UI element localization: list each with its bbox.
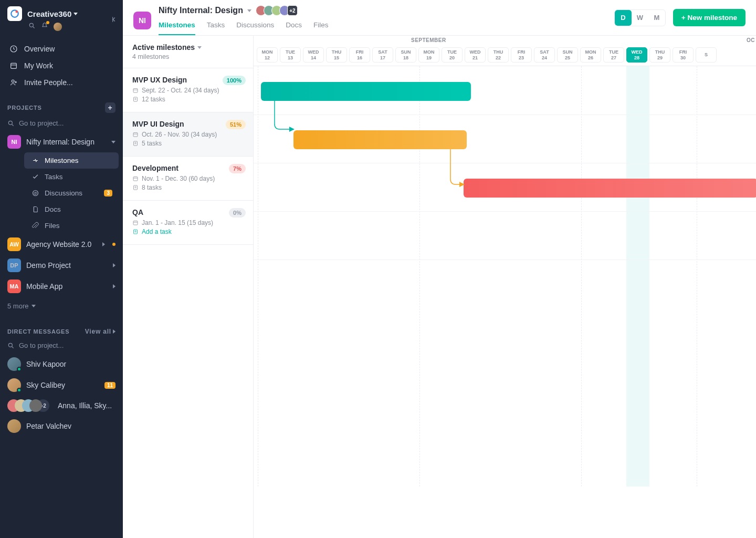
add-project-button[interactable]: + xyxy=(105,102,116,113)
subnav-discussions-label: Discussions xyxy=(45,189,82,197)
gantt-body[interactable] xyxy=(254,66,756,487)
gantt-day-cell[interactable]: FRI30 xyxy=(673,47,694,63)
project-tabs: Milestones Tasks Discussions Docs Files xyxy=(159,18,329,35)
gantt-bar-dev[interactable] xyxy=(464,179,756,198)
subnav-docs[interactable]: Docs xyxy=(24,201,119,218)
dm-item[interactable]: Petar Valchev xyxy=(0,416,123,437)
gantt-day-cell[interactable]: THU22 xyxy=(488,47,509,63)
gantt-day-cell[interactable]: TUE13 xyxy=(280,47,301,63)
search-icon[interactable] xyxy=(28,22,36,31)
milestone-item[interactable]: MVP UI Design Oct. 26 - Nov. 30 (34 days… xyxy=(123,112,253,157)
project-item-agency[interactable]: AW Agency Website 2.0 xyxy=(0,234,123,255)
dm-item[interactable]: Sky Calibey 11 xyxy=(0,375,123,396)
notifications-icon[interactable] xyxy=(41,22,48,31)
gantt-day-cell[interactable]: SUN25 xyxy=(557,47,578,63)
dms-search[interactable]: Go to project... xyxy=(0,339,123,354)
chevron-down-icon xyxy=(74,13,78,15)
chevron-down-icon xyxy=(111,141,116,143)
subnav-files[interactable]: Files xyxy=(24,218,119,234)
dm-item-group[interactable]: +2 Anna, Illia, Sky... xyxy=(0,396,123,416)
svg-rect-14 xyxy=(133,177,138,181)
milestone-item[interactable]: Development Nov. 1 - Dec. 30 (60 days) 8… xyxy=(123,157,253,201)
milestone-name: Development xyxy=(132,164,244,172)
tab-milestones[interactable]: Milestones xyxy=(159,18,195,35)
tab-tasks[interactable]: Tasks xyxy=(207,18,225,35)
workspace-header[interactable]: Creative360 xyxy=(0,0,123,24)
chevron-down-icon xyxy=(197,46,202,49)
month-label: OC xyxy=(747,37,755,43)
gantt-day-cell[interactable]: WED14 xyxy=(303,47,324,63)
svg-point-2 xyxy=(29,23,33,27)
gantt-day-cell[interactable]: MON19 xyxy=(418,47,439,63)
projects-more[interactable]: 5 more xyxy=(0,297,123,315)
dm-item[interactable]: Shiv Kapoor xyxy=(0,354,123,375)
new-milestone-button[interactable]: + New milestone xyxy=(673,9,746,26)
svg-text:@: @ xyxy=(34,191,37,195)
view-day-button[interactable]: D xyxy=(615,10,632,26)
gantt-bar-ui[interactable] xyxy=(293,130,467,149)
nav-mywork[interactable]: My Work xyxy=(4,57,119,74)
project-item-demo[interactable]: DP Demo Project xyxy=(0,255,123,276)
add-task-link[interactable]: Add a task xyxy=(132,228,244,235)
milestone-percent: 100% xyxy=(223,76,246,85)
project-title[interactable]: Nifty Internal: Design xyxy=(159,6,243,15)
milestones-header[interactable]: Active milestones 4 milestones xyxy=(123,36,253,68)
svg-rect-15 xyxy=(134,185,138,190)
tab-files[interactable]: Files xyxy=(313,18,329,35)
gantt-day-cell[interactable]: SAT17 xyxy=(372,47,393,63)
gantt-day-cell[interactable]: WED21 xyxy=(465,47,486,63)
milestone-item[interactable]: QA Jan. 1 - Jan. 15 (15 days) Add a task… xyxy=(123,201,253,245)
tab-discussions[interactable]: Discussions xyxy=(236,18,274,35)
gantt-day-cell[interactable]: MON12 xyxy=(257,47,278,63)
gantt-day-cell[interactable]: FRI16 xyxy=(349,47,370,63)
member-avatars[interactable]: +2 xyxy=(256,5,298,16)
gantt-day-cell[interactable]: WED28 xyxy=(626,47,647,63)
gantt-day-cell[interactable]: TUE27 xyxy=(603,47,624,63)
chevron-right-icon xyxy=(113,329,116,334)
gantt-day-cell[interactable]: THU15 xyxy=(326,47,347,63)
nav-invite[interactable]: Invite People... xyxy=(4,74,119,91)
subnav-discussions[interactable]: @ Discussions 3 xyxy=(24,185,119,201)
projects-search[interactable]: Go to project... xyxy=(0,117,123,131)
subnav-milestones[interactable]: Milestones xyxy=(24,152,119,169)
tab-docs[interactable]: Docs xyxy=(286,18,302,35)
unread-dot-icon xyxy=(112,243,116,246)
view-month-button[interactable]: M xyxy=(648,10,665,26)
project-name: Agency Website 2.0 xyxy=(26,240,97,249)
svg-rect-17 xyxy=(134,230,138,234)
gantt-day-cell[interactable]: SAT24 xyxy=(534,47,555,63)
gantt-chart[interactable]: SEPTEMBER OC MON12TUE13WED14THU15FRI16SA… xyxy=(254,36,756,538)
svg-point-9 xyxy=(8,343,12,347)
main: NI Nifty Internal: Design +2 Milestones … xyxy=(123,0,756,538)
project-avatar: MA xyxy=(7,280,21,293)
chevron-down-icon[interactable] xyxy=(247,9,251,12)
project-item-nifty[interactable]: NI Nifty Internal: Design xyxy=(0,131,123,152)
dm-avatar xyxy=(7,419,21,433)
nav-overview[interactable]: Overview xyxy=(4,40,119,57)
gantt-bar-ux[interactable] xyxy=(261,82,471,101)
sidebar: Creative360 Overview My Work Invite Peop… xyxy=(0,0,123,538)
gantt-day-cell[interactable]: FRI23 xyxy=(511,47,532,63)
project-avatar: AW xyxy=(7,237,21,251)
projects-header: PROJECTS + xyxy=(0,94,123,117)
gantt-day-cell[interactable]: MON26 xyxy=(580,47,601,63)
nav-mywork-label: My Work xyxy=(24,61,53,70)
dms-viewall[interactable]: View all xyxy=(85,328,116,335)
gantt-day-cell[interactable]: SUN18 xyxy=(395,47,416,63)
subnav-tasks[interactable]: Tasks xyxy=(24,169,119,185)
dm-avatar xyxy=(7,357,21,371)
gantt-day-cell[interactable]: S xyxy=(696,47,717,63)
workspace-name[interactable]: Creative360 xyxy=(27,9,78,18)
gantt-day-cell[interactable]: TUE20 xyxy=(442,47,463,63)
today-highlight xyxy=(626,66,649,487)
view-week-button[interactable]: W xyxy=(632,10,648,26)
gantt-day-cell[interactable]: THU29 xyxy=(649,47,670,63)
milestone-dates: Nov. 1 - Dec. 30 (60 days) xyxy=(132,175,244,182)
milestone-dates: Oct. 26 - Nov. 30 (34 days) xyxy=(132,131,244,138)
dms-header: DIRECT MESSAGES View all xyxy=(0,319,123,339)
milestone-item[interactable]: MVP UX Design Sept. 22 - Oct. 24 (34 day… xyxy=(123,68,253,112)
dm-group-avatars: +2 xyxy=(7,399,49,412)
project-item-mobile[interactable]: MA Mobile App xyxy=(0,276,123,297)
collapse-sidebar-icon[interactable] xyxy=(110,16,118,25)
nav-overview-label: Overview xyxy=(24,45,55,53)
